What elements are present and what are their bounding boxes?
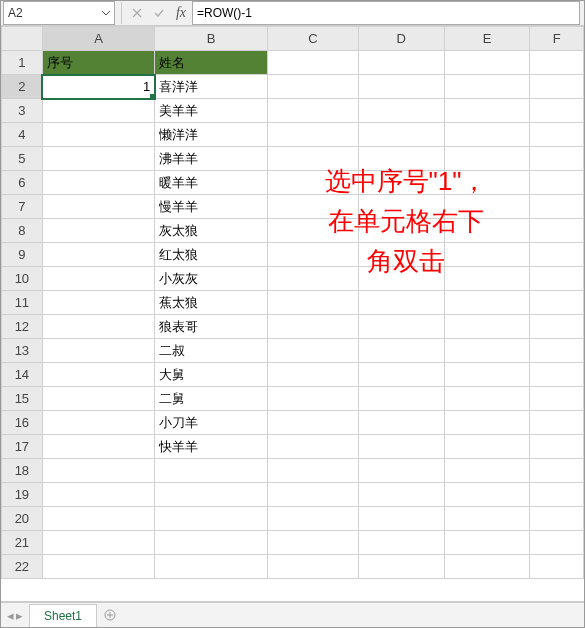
cell-C7[interactable]	[267, 195, 358, 219]
cell-F3[interactable]	[530, 99, 584, 123]
cell-D3[interactable]	[358, 99, 444, 123]
formula-input[interactable]: =ROW()-1	[192, 1, 580, 25]
cell-C12[interactable]	[267, 315, 358, 339]
row-header[interactable]: 20	[2, 507, 43, 531]
cell-B19[interactable]	[155, 483, 268, 507]
cell-D4[interactable]	[358, 123, 444, 147]
cell-C10[interactable]	[267, 267, 358, 291]
cell-B20[interactable]	[155, 507, 268, 531]
cell-C16[interactable]	[267, 411, 358, 435]
row-header[interactable]: 17	[2, 435, 43, 459]
cell-D20[interactable]	[358, 507, 444, 531]
row-header[interactable]: 13	[2, 339, 43, 363]
cell-A10[interactable]	[42, 267, 155, 291]
cell-E9[interactable]	[444, 243, 530, 267]
cell-F12[interactable]	[530, 315, 584, 339]
cell-A12[interactable]	[42, 315, 155, 339]
cell-A18[interactable]	[42, 459, 155, 483]
cell-B12[interactable]: 狼表哥	[155, 315, 268, 339]
col-header-A[interactable]: A	[42, 27, 155, 51]
cell-B7[interactable]: 慢羊羊	[155, 195, 268, 219]
chevron-down-icon[interactable]	[98, 2, 114, 24]
cell-D16[interactable]	[358, 411, 444, 435]
sheet-tab[interactable]: Sheet1	[29, 604, 97, 627]
cell-E6[interactable]	[444, 171, 530, 195]
cell-A15[interactable]	[42, 387, 155, 411]
cell-F20[interactable]	[530, 507, 584, 531]
row-header[interactable]: 22	[2, 555, 43, 579]
cell-F8[interactable]	[530, 219, 584, 243]
cell-B16[interactable]: 小刀羊	[155, 411, 268, 435]
cell-B13[interactable]: 二叔	[155, 339, 268, 363]
cell-D7[interactable]	[358, 195, 444, 219]
enter-icon[interactable]	[150, 4, 168, 22]
cell-A11[interactable]	[42, 291, 155, 315]
cell-F9[interactable]	[530, 243, 584, 267]
spreadsheet-grid[interactable]: A B C D E F 1序号姓名21喜洋洋3美羊羊4懒洋洋5沸羊羊6暖羊羊7慢…	[1, 26, 584, 602]
cell-B4[interactable]: 懒洋洋	[155, 123, 268, 147]
row-header[interactable]: 1	[2, 51, 43, 75]
cell-D1[interactable]	[358, 51, 444, 75]
cell-F19[interactable]	[530, 483, 584, 507]
cell-F7[interactable]	[530, 195, 584, 219]
cell-A21[interactable]	[42, 531, 155, 555]
cell-C11[interactable]	[267, 291, 358, 315]
name-box[interactable]: A2	[3, 1, 115, 25]
cell-E21[interactable]	[444, 531, 530, 555]
triangle-right-icon[interactable]: ▸	[16, 608, 23, 623]
cell-B1[interactable]: 姓名	[155, 51, 268, 75]
row-header[interactable]: 10	[2, 267, 43, 291]
cell-D10[interactable]	[358, 267, 444, 291]
cell-A4[interactable]	[42, 123, 155, 147]
row-header[interactable]: 19	[2, 483, 43, 507]
cell-A7[interactable]	[42, 195, 155, 219]
row-header[interactable]: 16	[2, 411, 43, 435]
cell-F21[interactable]	[530, 531, 584, 555]
row-header[interactable]: 11	[2, 291, 43, 315]
cell-E11[interactable]	[444, 291, 530, 315]
cell-B3[interactable]: 美羊羊	[155, 99, 268, 123]
cell-E1[interactable]	[444, 51, 530, 75]
cell-A8[interactable]	[42, 219, 155, 243]
cell-B8[interactable]: 灰太狼	[155, 219, 268, 243]
row-header[interactable]: 6	[2, 171, 43, 195]
col-header-B[interactable]: B	[155, 27, 268, 51]
cell-E12[interactable]	[444, 315, 530, 339]
cell-E22[interactable]	[444, 555, 530, 579]
cell-B5[interactable]: 沸羊羊	[155, 147, 268, 171]
col-header-C[interactable]: C	[267, 27, 358, 51]
cell-E3[interactable]	[444, 99, 530, 123]
cell-D8[interactable]	[358, 219, 444, 243]
cell-C19[interactable]	[267, 483, 358, 507]
cell-F16[interactable]	[530, 411, 584, 435]
cell-A16[interactable]	[42, 411, 155, 435]
cell-E4[interactable]	[444, 123, 530, 147]
cell-C5[interactable]	[267, 147, 358, 171]
cell-C22[interactable]	[267, 555, 358, 579]
cell-D14[interactable]	[358, 363, 444, 387]
col-header-F[interactable]: F	[530, 27, 584, 51]
cell-E18[interactable]	[444, 459, 530, 483]
cell-D2[interactable]	[358, 75, 444, 99]
cell-B18[interactable]	[155, 459, 268, 483]
row-header[interactable]: 14	[2, 363, 43, 387]
cell-F22[interactable]	[530, 555, 584, 579]
col-header-D[interactable]: D	[358, 27, 444, 51]
cell-B10[interactable]: 小灰灰	[155, 267, 268, 291]
cell-A9[interactable]	[42, 243, 155, 267]
cell-A1[interactable]: 序号	[42, 51, 155, 75]
cell-C21[interactable]	[267, 531, 358, 555]
cell-A2[interactable]: 1	[42, 75, 155, 99]
cell-F17[interactable]	[530, 435, 584, 459]
cell-A5[interactable]	[42, 147, 155, 171]
cell-E13[interactable]	[444, 339, 530, 363]
cell-E10[interactable]	[444, 267, 530, 291]
col-header-E[interactable]: E	[444, 27, 530, 51]
cell-F14[interactable]	[530, 363, 584, 387]
cell-F13[interactable]	[530, 339, 584, 363]
cell-D6[interactable]	[358, 171, 444, 195]
cell-B14[interactable]: 大舅	[155, 363, 268, 387]
cell-F1[interactable]	[530, 51, 584, 75]
cell-D11[interactable]	[358, 291, 444, 315]
cell-A19[interactable]	[42, 483, 155, 507]
